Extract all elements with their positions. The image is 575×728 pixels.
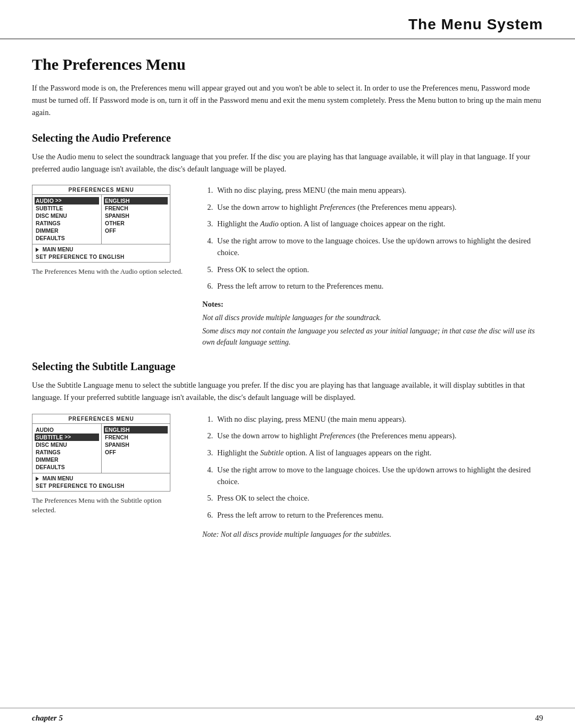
subtitle-section-text: Use the Subtitle Language menu to select…	[32, 379, 543, 404]
audio-pref-menu-box: PREFERENCES MENU AUDIO >> SUBTITLE DISC …	[32, 185, 170, 263]
triangle-icon	[36, 248, 39, 252]
subtitle-section-heading: Selecting the Subtitle Language	[32, 361, 543, 373]
subtitle-row-audio: AUDIO	[36, 426, 98, 433]
subtitle-lang-english: ENGLISH	[104, 426, 168, 433]
subtitle-main-menu-link: MAIN MENU	[36, 476, 167, 481]
audio-lang-french: FRENCH	[105, 205, 167, 212]
audio-lang-spanish: SPANISH	[105, 212, 167, 219]
audio-step-4: 4.Use the right arrow to move to the lan…	[202, 235, 543, 259]
subtitle-two-col: PREFERENCES MENU AUDIO SUBTITLE >> DISC …	[32, 414, 543, 540]
audio-main-menu-link: MAIN MENU	[36, 247, 167, 252]
audio-row-ratings: RATINGS	[36, 219, 98, 227]
subtitle-row-ratings: RATINGS	[36, 448, 98, 456]
audio-menu-left: AUDIO >> SUBTITLE DISC MENU RATINGS DIMM…	[32, 195, 102, 244]
subtitle-menu-right: ENGLISH FRENCH SPANISH OFF	[102, 424, 170, 473]
audio-lang-other: OTHER	[105, 219, 167, 227]
audio-lang-english: ENGLISH	[104, 197, 168, 205]
audio-fig-caption: The Preferences Menu with the Audio opti…	[32, 267, 186, 276]
subtitle-lang-off: OFF	[105, 448, 167, 456]
footer-chapter: chapter 5	[32, 714, 63, 723]
audio-step-3: 3.Highlight the Audio option. A list of …	[202, 218, 543, 230]
subtitle-row-subtitle: SUBTITLE >>	[35, 433, 99, 441]
audio-col-right: 1.With no disc playing, press MENU (the …	[202, 185, 543, 350]
audio-note-1: Not all discs provide multiple languages…	[202, 312, 543, 323]
audio-notes-label: Notes:	[202, 300, 543, 309]
subtitle-menu-body: AUDIO SUBTITLE >> DISC MENU RATINGS DIMM…	[32, 424, 170, 473]
audio-step-2: 2.Use the down arrow to highlight Prefer…	[202, 202, 543, 214]
subtitle-steps-list: 1.With no disc playing, press MENU (the …	[202, 414, 543, 521]
subtitle-row-disc-menu: DISC MENU	[36, 441, 98, 448]
audio-menu-footer: MAIN MENU SET PREFERENCE TO ENGLISH	[32, 244, 170, 262]
subtitle-menu-title: PREFERENCES MENU	[32, 414, 170, 424]
subtitle-row-dimmer: DIMMER	[36, 456, 98, 463]
subtitle-pref-menu-box: PREFERENCES MENU AUDIO SUBTITLE >> DISC …	[32, 414, 170, 492]
page-footer: chapter 5 49	[0, 708, 575, 728]
subtitle-set-pref: SET PREFERENCE TO ENGLISH	[36, 483, 167, 489]
audio-row-audio: AUDIO >>	[35, 197, 99, 205]
audio-menu-title: PREFERENCES MENU	[32, 185, 170, 195]
audio-arrow: >>	[55, 198, 62, 203]
audio-row-dimmer: DIMMER	[36, 227, 98, 234]
audio-col-left: PREFERENCES MENU AUDIO >> SUBTITLE DISC …	[32, 185, 186, 350]
audio-section-heading: Selecting the Audio Preference	[32, 132, 543, 144]
subtitle-lang-french: FRENCH	[105, 433, 167, 441]
audio-steps-list: 1.With no disc playing, press MENU (the …	[202, 185, 543, 292]
audio-notes-box: Notes: Not all discs provide multiple la…	[202, 300, 543, 348]
subtitle-step-2: 2.Use the down arrow to highlight Prefer…	[202, 430, 543, 442]
subtitle-col-right: 1.With no disc playing, press MENU (the …	[202, 414, 543, 540]
audio-step-6: 6.Press the left arrow to return to the …	[202, 281, 543, 292]
audio-lang-off: OFF	[105, 227, 167, 234]
subtitle-menu-left: AUDIO SUBTITLE >> DISC MENU RATINGS DIMM…	[32, 424, 102, 473]
subtitle-step-1: 1.With no disc playing, press MENU (the …	[202, 414, 543, 426]
audio-row-subtitle: SUBTITLE	[36, 205, 98, 212]
subtitle-lang-spanish: SPANISH	[105, 441, 167, 448]
footer-page-number: 49	[535, 714, 543, 723]
subtitle-menu-footer: MAIN MENU SET PREFERENCE TO ENGLISH	[32, 473, 170, 491]
audio-row-disc-menu: DISC MENU	[36, 212, 98, 219]
chapter-title: The Preferences Menu	[32, 55, 543, 73]
audio-step-5: 5.Press OK to select the option.	[202, 264, 543, 276]
audio-row-defaults: DEFAULTS	[36, 234, 98, 242]
page-header: The Menu System	[0, 0, 575, 39]
subtitle-row-defaults: DEFAULTS	[36, 463, 98, 471]
subtitle-col-left: PREFERENCES MENU AUDIO SUBTITLE >> DISC …	[32, 414, 186, 540]
subtitle-step-6: 6.Press the left arrow to return to the …	[202, 510, 543, 521]
subtitle-arrow: >>	[64, 434, 71, 440]
audio-menu-body: AUDIO >> SUBTITLE DISC MENU RATINGS DIMM…	[32, 195, 170, 244]
audio-menu-right: ENGLISH FRENCH SPANISH OTHER OFF	[102, 195, 170, 244]
subtitle-note: Note: Not all discs provide multiple lan…	[202, 529, 543, 540]
audio-two-col: PREFERENCES MENU AUDIO >> SUBTITLE DISC …	[32, 185, 543, 350]
content-area: The Preferences Menu If the Password mod…	[0, 39, 575, 583]
audio-note-2: Some discs may not contain the language …	[202, 325, 543, 348]
intro-text: If the Password mode is on, the Preferen…	[32, 82, 543, 119]
subtitle-step-5: 5.Press OK to select the choice.	[202, 493, 543, 504]
audio-section-text: Use the Audio menu to select the soundtr…	[32, 151, 543, 175]
audio-set-pref: SET PREFERENCE TO ENGLISH	[36, 254, 167, 260]
subtitle-triangle-icon	[36, 477, 39, 481]
subtitle-step-3: 3.Highlight the Subtitle option. A list …	[202, 447, 543, 459]
subtitle-step-4: 4.Use the right arrow to move to the lan…	[202, 464, 543, 488]
subtitle-fig-caption: The Preferences Menu with the Subtitle o…	[32, 496, 186, 515]
audio-step-1: 1.With no disc playing, press MENU (the …	[202, 185, 543, 197]
page-header-title: The Menu System	[408, 16, 543, 32]
page-container: The Menu System The Preferences Menu If …	[0, 0, 575, 728]
